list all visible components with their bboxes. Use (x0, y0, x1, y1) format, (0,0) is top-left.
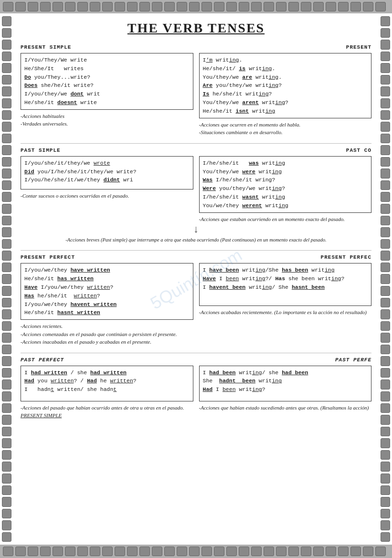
border-segment (363, 547, 373, 556)
border-segment (264, 547, 274, 556)
page-title: THE VERB TENSES (21, 21, 371, 36)
past-arrow-note: -Acciones breves (Past simple) que inter… (21, 236, 371, 243)
present-continuous-label: PRESENT (199, 44, 372, 50)
border-segment (214, 2, 224, 11)
border-segment (251, 547, 262, 556)
past-s-line1: I/you/she/it/they/we wrote (24, 159, 190, 168)
present-perfect-label: PRESENT PERFECT (21, 254, 193, 260)
border-segment (239, 547, 249, 556)
border-segment (226, 2, 237, 11)
ppc-line3: I havent been writing/ She hasnt been (203, 283, 368, 292)
pp-line3: Have I/you/we/they written? (24, 283, 190, 292)
right-border (379, 13, 392, 545)
pc-line3: You/they/we are writing. (203, 73, 368, 82)
border-segment (350, 547, 361, 556)
arrow-down-icon: ↓ (193, 225, 199, 235)
past-simple-notes: -Contar sucesos o acciones ocurridas en … (21, 192, 193, 200)
border-segment (363, 2, 373, 11)
past-simple-box: I/you/she/it/they/we wrote Did you/I/he/… (21, 156, 193, 190)
border-segment (276, 547, 286, 556)
border-segment (28, 2, 38, 11)
border-segment (177, 547, 187, 556)
border-segment (214, 547, 224, 556)
past-perfect-cont-label: PAST PERFE (199, 357, 372, 363)
border-segment (326, 547, 336, 556)
past-perfect-label: PAST PERFECT (21, 357, 193, 363)
border-segment (189, 2, 200, 11)
past-s-line2: Did you/I/he/she/it/they/we write? (24, 168, 190, 176)
pperfc-line2: She hadnt been writing (203, 377, 368, 385)
present-simple-label: PRESENT SIMPLE (21, 44, 193, 50)
border-segment (139, 547, 150, 556)
divider1 (21, 143, 371, 144)
border-segment (338, 547, 349, 556)
border-segment (53, 2, 63, 11)
border-segment (77, 2, 88, 11)
pc-line5: Is he/she/it writing? (203, 90, 368, 98)
border-segment (164, 547, 175, 556)
border-segment (28, 547, 38, 556)
border-segment (40, 547, 51, 556)
past-perfect-cont-notes: -Acciones que habían estado sucediendo a… (199, 404, 372, 412)
pperf-line2: Had you written? / Had he written? (24, 377, 190, 385)
past-simple-label: PAST SIMPLE (21, 147, 193, 153)
ppc-line1: I have been writing/She has been writing (203, 266, 368, 274)
pperf-line1: I had written / she had written (24, 368, 190, 377)
present-perfect-cont-notes: -Acciones acabadas recientemente. (Lo im… (199, 308, 372, 316)
ppc-line2: Have I been writing?/ Has she been writi… (203, 274, 368, 283)
arrow-row: ↓ (21, 225, 371, 235)
pp-line1: I/you/we/they have written (24, 266, 190, 274)
border-segment (350, 2, 361, 11)
border-segment (3, 2, 13, 11)
pc-line7: He/she/it isnt writing (203, 107, 368, 116)
border-segment (102, 2, 113, 11)
divider3 (21, 353, 371, 353)
pastc-line2: You/they/we were writing (203, 168, 368, 176)
main-content: THE VERB TENSES PRESENT SIMPLE PRESENT I… (13, 13, 379, 431)
pc-line2: He/she/it/ is writing. (203, 64, 368, 73)
border-segment (65, 547, 75, 556)
border-segment (15, 547, 26, 556)
present-perfect-section: PRESENT PERFECT PRESENT PERFEC I/you/we/… (21, 254, 371, 346)
present-perfect-box: I/you/we/they have written He/she/it has… (21, 263, 193, 320)
present-continuous-box: I’m writing. He/she/it/ is writing. You/… (199, 53, 372, 118)
top-border (0, 0, 392, 13)
border-segment (288, 2, 299, 11)
pastc-line6: You/we/they werent writing (203, 201, 368, 210)
pp-line2: He/she/it has written (24, 274, 190, 283)
border-segment (65, 2, 75, 11)
past-continuous-notes: -Acciones que estaban ocurriendo en un m… (199, 215, 372, 223)
border-segment (251, 2, 262, 11)
border-segment (313, 547, 324, 556)
present-perfect-cont-label: PRESENT PERFEC (199, 254, 372, 260)
border-segment (115, 2, 125, 11)
border-segment (201, 547, 212, 556)
pperfc-line1: I had been writing/ she had been (203, 368, 368, 377)
border-segment (3, 547, 13, 556)
pperfc-line3: Had I been writing? (203, 385, 368, 394)
divider2 (21, 250, 371, 251)
border-segment (301, 547, 311, 556)
present-simple-box: I/You/They/We write He/She/It writes Do … (21, 53, 193, 110)
border-segment (127, 547, 138, 556)
border-segment (375, 2, 386, 11)
border-segment (90, 547, 100, 556)
border-segment (326, 2, 336, 11)
past-continuous-box: I/he/she/it was writing You/they/we were… (199, 156, 372, 213)
pc-line6: You/they/we arent writing? (203, 98, 368, 107)
border-segment (139, 2, 150, 11)
past-perfect-notes: -Acciones del pasado que habían ocurrido… (21, 404, 193, 420)
border-segment (313, 2, 324, 11)
border-segment (288, 547, 299, 556)
pp-line6: He/she/it hasnt written (24, 308, 190, 317)
border-segment (152, 2, 162, 11)
past-continuous-label: PAST CO (199, 147, 372, 153)
pc-line4: Are you/they/we writing? (203, 81, 368, 90)
pastc-line4: Were you/they/we writing? (203, 184, 368, 193)
border-segment (201, 2, 212, 11)
present-perfect-notes: -Acciones recientes. -Acciones comenzada… (21, 322, 193, 346)
present-perfect-cont-box: I have been writing/She has been writing… (199, 263, 372, 306)
border-segment (264, 2, 274, 11)
border-segment (90, 2, 100, 11)
past-simple-section: PAST SIMPLE PAST CO I/you/she/it/they/we… (21, 147, 371, 244)
